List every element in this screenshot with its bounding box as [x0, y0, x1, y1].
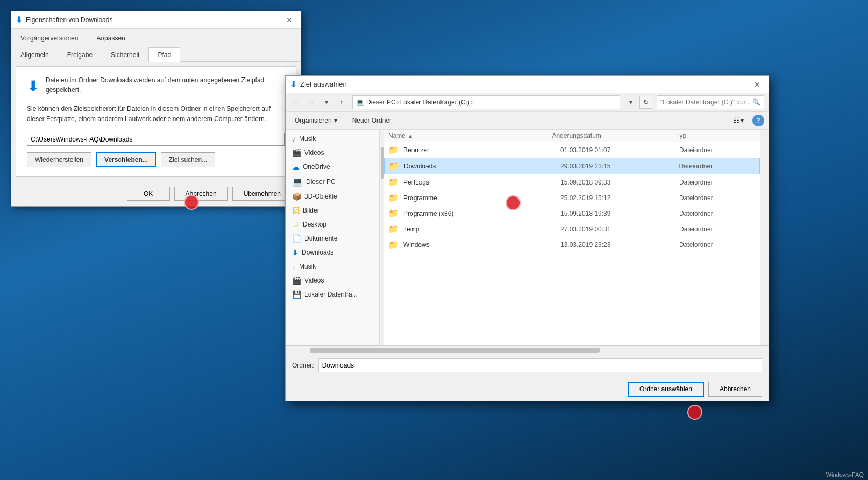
sort-icon: ▲: [408, 133, 413, 139]
sidebar-downloads-label: Downloads: [302, 249, 333, 256]
bilder-icon: 🖼: [292, 206, 300, 215]
cancel-button[interactable]: Abbrechen: [174, 187, 228, 201]
videos2-icon: 🎬: [292, 276, 301, 285]
file-type-downloads: Dateiordner: [679, 163, 755, 170]
onedrive-icon: ☁: [292, 163, 300, 171]
tab-allgemein[interactable]: Allgemein: [11, 47, 58, 62]
file-item-programme[interactable]: 📁 Programme 25.02.2019 15:12 Dateiordner: [384, 190, 760, 206]
file-name-benutzer: Benutzer: [403, 146, 556, 154]
sidebar-downloads[interactable]: ⬇ Downloads: [286, 245, 379, 259]
refresh-button[interactable]: ↻: [639, 96, 652, 109]
nav-up-button[interactable]: ↑: [335, 96, 348, 109]
dropdown-arrow-button[interactable]: ▾: [624, 96, 637, 109]
folder-input[interactable]: Downloads: [318, 358, 762, 372]
sidebar-videos2-label: Videos: [304, 277, 324, 284]
file-name-windows: Windows: [403, 241, 556, 249]
file-item-benutzer[interactable]: 📁 Benutzer 01.03.2019 01:07 Dateiordner: [384, 142, 760, 158]
col-header-name[interactable]: Name ▲: [388, 132, 547, 139]
folder-icon-programme: 📁: [388, 193, 399, 203]
path-input[interactable]: C:\Users\Windows-FAQ\Downloads: [27, 133, 285, 146]
find-target-button[interactable]: Ziel suchen...: [161, 152, 215, 167]
nav-dropdown-button[interactable]: ▾: [320, 96, 333, 109]
nav-forward-button[interactable]: →: [305, 96, 318, 109]
col-header-type[interactable]: Typ: [676, 132, 756, 139]
musik-icon: ♪: [292, 135, 296, 143]
file-item-programme-x86[interactable]: 📁 Programme (x86) 15.09.2018 19:39 Datei…: [384, 206, 760, 221]
dialog2-close-button[interactable]: ✕: [750, 77, 764, 91]
organize-dropdown-icon: ▾: [334, 117, 337, 124]
sidebar-musik2[interactable]: ♪ Musik: [286, 259, 379, 273]
ok-button[interactable]: OK: [127, 187, 170, 201]
file-item-windows[interactable]: 📁 Windows 13.03.2019 23:23 Dateiordner: [384, 237, 760, 252]
dialog1-top-tabs: Vorgängerversionen Anpassen: [11, 29, 301, 45]
sidebar-localdrive[interactable]: 💾 Lokaler Datenträ...: [286, 287, 379, 301]
file-date-perflogs: 15.09.2018 09:33: [560, 179, 675, 186]
sidebar-thispc[interactable]: 💻 Dieser PC: [286, 174, 379, 189]
dialog2-titlebar: ⬇ Ziel auswählen ✕: [286, 76, 769, 93]
sidebar-desktop[interactable]: 🖥 Desktop: [286, 217, 379, 231]
horizontal-scrollbar[interactable]: [286, 345, 769, 354]
sidebar-musik[interactable]: ♪ Musik: [286, 132, 379, 146]
dialog2-toolbar: ← → ▾ ↑ 💻 Dieser PC › Lokaler Datenträge…: [286, 93, 769, 112]
file-item-perflogs[interactable]: 📁 PerfLogs 15.09.2018 09:33 Dateiordner: [384, 174, 760, 190]
new-folder-button[interactable]: Neuer Ordner: [346, 114, 397, 127]
sidebar-videos2[interactable]: 🎬 Videos: [286, 273, 379, 287]
folder-row: Ordner: Downloads: [286, 354, 769, 377]
sidebar-desktop-label: Desktop: [303, 221, 326, 228]
tab-freigabe[interactable]: Freigabe: [58, 47, 102, 62]
move-button[interactable]: Verschieben...: [96, 152, 156, 167]
sidebar-dokumente[interactable]: 📄 Dokumente: [286, 231, 379, 245]
dialog2-cancel-button[interactable]: Abbrechen: [708, 382, 762, 397]
col-header-date[interactable]: Änderungsdatum: [552, 132, 671, 139]
organize-button[interactable]: Organisieren ▾: [290, 114, 342, 127]
sidebar-scrollbar[interactable]: [380, 130, 384, 345]
sidebar-bilder[interactable]: 🖼 Bilder: [286, 203, 379, 217]
address-bar[interactable]: 💻 Dieser PC › Lokaler Datenträger (C:) ›: [352, 95, 620, 109]
scroll-thumb: [310, 348, 600, 353]
dialog1-close-button[interactable]: ✕: [282, 13, 296, 27]
view-button[interactable]: ☷ ▾: [729, 115, 748, 126]
3dobjects-icon: 📦: [292, 192, 301, 201]
file-type-windows: Dateiordner: [679, 241, 756, 249]
file-date-programme: 25.02.2019 15:12: [560, 194, 675, 202]
search-bar[interactable]: 🔍: [657, 95, 764, 109]
dialog2-action-bar: Organisieren ▾ Neuer Ordner ☷ ▾ ?: [286, 112, 769, 130]
search-input[interactable]: [660, 98, 752, 106]
apply-button[interactable]: Übernehmen: [232, 187, 292, 201]
downloads-icon: ⬇: [292, 248, 298, 257]
file-item-temp[interactable]: 📁 Temp 27.03.2019 00:31 Dateiordner: [384, 221, 760, 237]
sidebar-scroll-thumb: [381, 147, 384, 179]
sidebar-3dobjects[interactable]: 📦 3D-Objekte: [286, 189, 379, 203]
sidebar-onedrive-label: OneDrive: [303, 163, 330, 171]
help-button[interactable]: ?: [752, 115, 764, 126]
dialog1-title-text: Eigenschaften von Downloads: [26, 16, 282, 24]
sidebar-dokumente-label: Dokumente: [304, 235, 337, 242]
main-file-area: Name ▲ Änderungsdatum Typ 📁 Benutzer 01.…: [384, 130, 760, 345]
file-type-benutzer: Dateiordner: [679, 146, 756, 154]
sidebar-videos[interactable]: 🎬 Videos: [286, 146, 379, 160]
videos-icon: 🎬: [292, 149, 301, 157]
restore-button[interactable]: Wiederherstellen: [27, 152, 91, 167]
tab-anpassen[interactable]: Anpassen: [87, 31, 134, 45]
nav-back-button[interactable]: ←: [290, 96, 303, 109]
select-folder-button[interactable]: Ordner auswählen: [628, 382, 704, 397]
tab-sicherheit[interactable]: Sicherheit: [102, 47, 148, 62]
folder-icon-perflogs: 📁: [388, 177, 399, 187]
column-headers: Name ▲ Änderungsdatum Typ: [384, 130, 760, 142]
sidebar-musik2-label: Musik: [299, 263, 316, 270]
tab-pfad[interactable]: Pfad: [148, 47, 180, 62]
tab-vorgaengerversionen[interactable]: Vorgängerversionen: [11, 31, 87, 45]
dialog1-titlebar: ⬇ Eigenschaften von Downloads ✕: [11, 11, 301, 29]
sidebar-onedrive[interactable]: ☁ OneDrive: [286, 160, 379, 174]
sidebar-localdrive-label: Lokaler Datenträ...: [304, 291, 358, 298]
dialog1-content: ⬇ Dateien im Ordner Downloads werden auf…: [16, 66, 296, 177]
dialog1-bottom-tabs: Allgemein Freigabe Sicherheit Pfad: [11, 45, 301, 62]
main-scrollbar[interactable]: [760, 130, 769, 345]
file-list: 📁 Benutzer 01.03.2019 01:07 Dateiordner …: [384, 142, 760, 345]
file-item-downloads[interactable]: 📁 Downloads 29.03.2019 23:15 Dateiordner: [384, 158, 760, 174]
dialog2-bottom: Ordner: Downloads Ordner auswählen Abbre…: [286, 345, 769, 401]
scroll-track: [286, 347, 769, 354]
folder-icon-downloads: 📁: [389, 161, 400, 171]
dialog2-body: ♪ Musik 🎬 Videos ☁ OneDrive 💻 Dieser PC …: [286, 130, 769, 345]
sidebar-videos-label: Videos: [304, 149, 324, 157]
